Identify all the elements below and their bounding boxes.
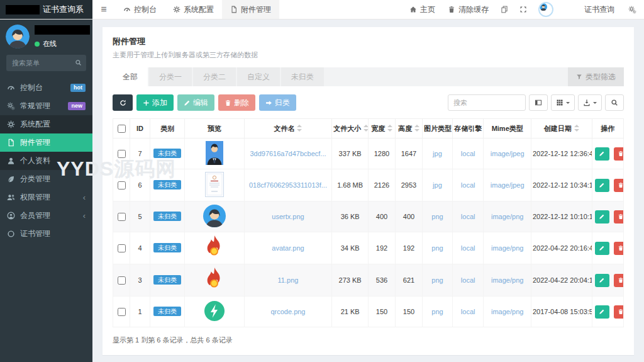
- fullscreen-button[interactable]: [514, 0, 533, 19]
- row-checkbox[interactable]: [118, 308, 126, 316]
- mime-link[interactable]: image/png: [491, 213, 523, 220]
- mime-link[interactable]: image/jpeg: [491, 181, 525, 189]
- storage-link[interactable]: local: [461, 150, 475, 157]
- row-delete-button[interactable]: [614, 305, 624, 319]
- sidebar-item-general-management[interactable]: 常规管理 new: [0, 97, 92, 115]
- topbar-tab-console[interactable]: 控制台: [115, 0, 165, 19]
- sidebar-search-input[interactable]: [6, 55, 86, 71]
- filename-link[interactable]: qrcode.png: [270, 308, 305, 315]
- delete-button[interactable]: 删除: [218, 94, 255, 111]
- filename-link[interactable]: 11.png: [278, 276, 299, 284]
- mime-link[interactable]: image/png: [491, 276, 523, 284]
- col-category: 类别: [150, 119, 185, 139]
- row-edit-button[interactable]: [595, 274, 609, 287]
- toggle-view-button[interactable]: [529, 94, 548, 111]
- type-filter-button[interactable]: 类型筛选: [568, 67, 624, 86]
- flame-preview[interactable]: [204, 235, 225, 260]
- col-height[interactable]: 高度: [395, 119, 422, 139]
- col-created[interactable]: 创建日期: [531, 119, 592, 139]
- storage-link[interactable]: local: [461, 276, 475, 284]
- category-badge[interactable]: 未归类: [153, 180, 181, 189]
- lightning-badge-preview[interactable]: [204, 301, 225, 321]
- topbar-tab-system-config[interactable]: 系统配置: [165, 0, 222, 19]
- row-checkbox[interactable]: [118, 181, 126, 189]
- category-badge[interactable]: 未归类: [153, 243, 181, 252]
- sidebar-item-category[interactable]: 分类管理: [0, 170, 92, 188]
- select-all-checkbox[interactable]: [118, 125, 126, 133]
- row-delete-button[interactable]: [614, 179, 624, 192]
- filename-link[interactable]: 3dd97616a7d47bcbecf...: [250, 150, 326, 157]
- row-checkbox[interactable]: [118, 213, 126, 221]
- row-checkbox[interactable]: [118, 150, 126, 158]
- chevron-left-icon: [83, 193, 86, 201]
- sidebar-item-console[interactable]: 控制台 hot: [0, 79, 92, 97]
- row-delete-button[interactable]: [614, 147, 624, 161]
- add-button[interactable]: 添加: [136, 94, 174, 111]
- mime-link[interactable]: image/png: [491, 308, 523, 315]
- filename-link[interactable]: 018cf76062953311013f...: [249, 181, 327, 189]
- col-filename[interactable]: 文件名: [244, 119, 332, 139]
- image-type-link[interactable]: png: [431, 276, 443, 284]
- row-delete-button[interactable]: [614, 210, 624, 223]
- site-name-link[interactable]: 证书查询: [578, 0, 621, 19]
- refresh-button[interactable]: [113, 94, 133, 111]
- menu-toggle-icon[interactable]: [92, 0, 115, 19]
- tab-category-2[interactable]: 分类二: [193, 67, 236, 86]
- certificate-preview[interactable]: [205, 172, 224, 197]
- row-delete-button[interactable]: [614, 242, 624, 255]
- category-badge[interactable]: 未归类: [153, 149, 181, 158]
- row-edit-button[interactable]: [595, 242, 609, 255]
- user-menu[interactable]: [533, 0, 559, 19]
- sidebar-item-profile[interactable]: 个人资料: [0, 152, 92, 170]
- export-button[interactable]: [578, 94, 602, 111]
- image-type-link[interactable]: png: [431, 308, 443, 315]
- filename-link[interactable]: avatar.png: [272, 244, 304, 252]
- row-edit-button[interactable]: [595, 179, 609, 192]
- classify-button[interactable]: 归类: [259, 94, 296, 111]
- filename-link[interactable]: usertx.png: [272, 213, 304, 220]
- tab-category-1[interactable]: 分类一: [149, 67, 192, 86]
- row-delete-button[interactable]: [614, 274, 624, 287]
- category-badge[interactable]: 未归类: [153, 307, 181, 316]
- copy-page-button[interactable]: [495, 0, 514, 19]
- tab-all[interactable]: 全部: [113, 67, 148, 86]
- clear-cache-button[interactable]: 清除缓存: [441, 0, 495, 19]
- row-edit-button[interactable]: [595, 210, 609, 223]
- image-type-link[interactable]: png: [431, 213, 443, 220]
- sidebar-item-members[interactable]: 会员管理: [0, 206, 92, 225]
- sidebar-item-certificates[interactable]: 证书管理: [0, 225, 92, 243]
- tab-uncategorized[interactable]: 未归类: [281, 67, 324, 86]
- mime-link[interactable]: image/jpeg: [491, 150, 525, 157]
- flame-preview[interactable]: [204, 267, 225, 292]
- portrait-photo-preview[interactable]: [206, 141, 223, 165]
- image-type-link[interactable]: jpg: [433, 150, 442, 157]
- image-type-link[interactable]: jpg: [433, 181, 442, 189]
- pencil-icon: [599, 308, 605, 315]
- storage-link[interactable]: local: [461, 213, 475, 220]
- avatar-preview[interactable]: [203, 205, 226, 227]
- storage-link[interactable]: local: [461, 308, 475, 315]
- table-search-input[interactable]: [448, 94, 526, 111]
- storage-link[interactable]: local: [461, 181, 475, 189]
- col-width[interactable]: 宽度: [368, 119, 395, 139]
- sidebar-item-attachment[interactable]: 附件管理: [0, 133, 92, 152]
- storage-link[interactable]: local: [461, 244, 475, 252]
- search-button[interactable]: [605, 94, 624, 111]
- topbar-tab-attachment[interactable]: 附件管理: [222, 0, 279, 19]
- settings-button[interactable]: [621, 0, 644, 19]
- sidebar-item-permissions[interactable]: 权限管理: [0, 188, 92, 206]
- columns-button[interactable]: [551, 94, 575, 111]
- home-link[interactable]: 主页: [403, 0, 441, 19]
- tab-custom[interactable]: 自定义: [237, 67, 280, 86]
- row-edit-button[interactable]: [595, 305, 609, 319]
- image-type-link[interactable]: png: [431, 244, 443, 252]
- mime-link[interactable]: image/png: [491, 244, 523, 252]
- sidebar-item-system-config[interactable]: 系统配置: [0, 115, 92, 133]
- edit-button[interactable]: 编辑: [177, 94, 214, 111]
- col-filesize[interactable]: 文件大小: [332, 119, 369, 139]
- row-edit-button[interactable]: [595, 147, 609, 161]
- category-badge[interactable]: 未归类: [153, 275, 181, 285]
- category-badge[interactable]: 未归类: [153, 212, 181, 221]
- row-checkbox[interactable]: [118, 276, 126, 285]
- row-checkbox[interactable]: [118, 244, 126, 252]
